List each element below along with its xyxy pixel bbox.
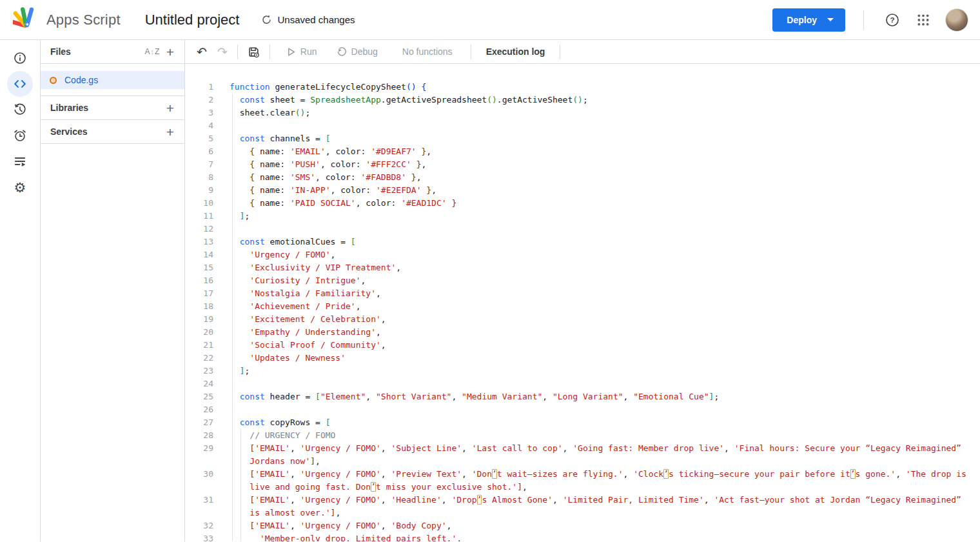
file-name: Code.gs	[64, 75, 98, 85]
apps-script-logo-icon	[13, 5, 40, 35]
line-number: 26	[185, 403, 230, 416]
line-number	[185, 481, 230, 494]
apps-script-home-link[interactable]: Apps Script	[13, 5, 121, 35]
line-number: 22	[185, 352, 230, 365]
save-icon	[248, 46, 260, 58]
run-button[interactable]: Run	[281, 43, 322, 61]
code-line: 10 { name: 'PAID SOCIAL', color: '#EAD1D…	[185, 197, 980, 210]
line-number: 28	[185, 429, 230, 442]
sort-files-button[interactable]: A↕Z	[143, 43, 161, 61]
line-number	[185, 455, 230, 468]
code-line: 15 'Exclusivity / VIP Treatment',	[185, 261, 980, 274]
code-line-text: const sheet = SpreadsheetApp.getActiveSp…	[230, 94, 588, 106]
code-line-text: sheet.clear();	[230, 106, 310, 119]
code-icon	[14, 77, 26, 90]
line-number: 5	[185, 132, 230, 145]
redo-button[interactable]: ↷	[212, 43, 233, 61]
sidebar-item-settings[interactable]: ⚙	[7, 174, 33, 200]
line-number	[185, 507, 230, 519]
files-header: Files A↕Z +	[41, 40, 184, 64]
code-line-text: const header = ["Element", "Short Varian…	[230, 390, 719, 403]
function-selector[interactable]: No functions	[393, 43, 462, 61]
line-number: 24	[185, 377, 230, 390]
sync-icon	[261, 14, 272, 25]
code-line-text: 'Nostalgia / Familiarity',	[230, 287, 381, 300]
line-number: 8	[185, 171, 230, 184]
line-number: 14	[185, 248, 230, 261]
code-line: 33 'Member-only drop. Limited pairs left…	[185, 532, 980, 541]
libraries-section: Libraries +	[41, 96, 184, 120]
add-library-button[interactable]: +	[161, 99, 179, 117]
services-section: Services +	[41, 120, 184, 144]
unsaved-file-dot-icon	[50, 77, 57, 84]
code-line: 7 { name: 'PUSH', color: '#FFF2CC' },	[185, 158, 980, 171]
help-button[interactable]: ?	[879, 7, 905, 33]
code-line-text: 'Urgency / FOMO',	[230, 248, 335, 261]
deploy-button[interactable]: Deploy	[772, 8, 845, 32]
plus-icon: +	[166, 101, 174, 115]
alarm-clock-icon	[14, 129, 26, 142]
save-button[interactable]	[242, 43, 265, 61]
undo-button[interactable]: ↶	[191, 43, 212, 61]
debug-icon	[337, 46, 347, 57]
add-service-button[interactable]: +	[161, 123, 179, 141]
code-line-text: { name: 'IN-APP', color: '#E2EFDA' },	[230, 184, 436, 197]
save-status-label: Unsaved changes	[277, 14, 355, 25]
toolbar-divider	[270, 45, 270, 59]
add-file-button[interactable]: +	[161, 43, 179, 61]
code-line-text: // URGENCY / FOMO	[230, 429, 335, 442]
code-line-text: function generateLifecycleCopySheet() {	[230, 81, 426, 94]
apps-grid-button[interactable]	[910, 7, 936, 33]
debug-label: Debug	[351, 46, 378, 57]
execution-log-button[interactable]: Execution log	[476, 43, 556, 61]
code-line-text: 'Empathy / Understanding',	[230, 326, 381, 339]
code-line: 6 { name: 'EMAIL', color: '#D9EAF7' },	[185, 145, 980, 158]
redo-icon: ↷	[217, 46, 228, 58]
toolbar-divider	[560, 45, 560, 59]
avatar[interactable]	[945, 8, 968, 32]
code-line: 22 'Updates / Newness'	[185, 352, 980, 365]
code-line-text: { name: 'PAID SOCIAL', color: '#EAD1DC' …	[230, 197, 456, 210]
line-number: 32	[185, 519, 230, 532]
project-title[interactable]: Untitled project	[145, 12, 240, 28]
code-line: 11 ];	[185, 210, 980, 223]
line-number: 10	[185, 197, 230, 210]
sidebar-item-triggers[interactable]	[7, 123, 33, 148]
code-line: 31 ['EMAIL', 'Urgency / FOMO', 'Headline…	[185, 494, 980, 507]
code-line-text: const copyRows = [	[230, 416, 331, 429]
code-line: 29 ['EMAIL', 'Urgency / FOMO', 'Subject …	[185, 442, 980, 455]
debug-button[interactable]: Debug	[331, 43, 383, 61]
code-line: 27 const copyRows = [	[185, 416, 980, 429]
sidebar-item-editor[interactable]	[7, 71, 33, 97]
editor-pane: ↶ ↷ Run	[185, 40, 980, 541]
code-line-text: ['EMAIL', 'Urgency / FOMO', 'Preview Tex…	[230, 468, 966, 481]
line-number: 21	[185, 339, 230, 352]
code-line: 3 sheet.clear();	[185, 106, 980, 119]
save-status: Unsaved changes	[261, 14, 355, 25]
code-line-text: const channels = [	[230, 132, 331, 145]
code-line: 17 'Nostalgia / Familiarity',	[185, 287, 980, 300]
line-number: 7	[185, 158, 230, 171]
line-number: 17	[185, 287, 230, 300]
code-line: 2 const sheet = SpreadsheetApp.getActive…	[185, 94, 980, 106]
code-line-wrap: is almost over.'],	[185, 507, 980, 519]
code-line-wrap: live and going fast. Don’t miss your exc…	[185, 481, 980, 494]
caret-down-icon	[827, 18, 834, 21]
code-line: 19 'Excitement / Celebration',	[185, 313, 980, 326]
line-number: 12	[185, 223, 230, 236]
sidebar-item-overview[interactable]	[7, 45, 33, 71]
code-editor[interactable]: 1function generateLifecycleCopySheet() {…	[185, 64, 980, 541]
execution-log-label: Execution log	[486, 46, 545, 57]
code-line-text: { name: 'EMAIL', color: '#D9EAF7' },	[230, 145, 431, 158]
line-number: 27	[185, 416, 230, 429]
run-icon	[286, 47, 296, 57]
toolbar-divider	[471, 45, 471, 59]
gear-icon: ⚙	[14, 181, 26, 194]
sidebar-item-executions[interactable]	[7, 148, 33, 174]
sidebar-item-project-history[interactable]	[7, 97, 33, 123]
code-line-text: 'Member-only drop. Limited pairs left.',	[230, 532, 462, 541]
files-panel: Files A↕Z + Code.gs Libraries + Services…	[41, 40, 185, 541]
file-item-code-gs[interactable]: Code.gs	[41, 71, 184, 89]
line-number: 1	[185, 81, 230, 94]
indent-guide	[240, 429, 241, 541]
